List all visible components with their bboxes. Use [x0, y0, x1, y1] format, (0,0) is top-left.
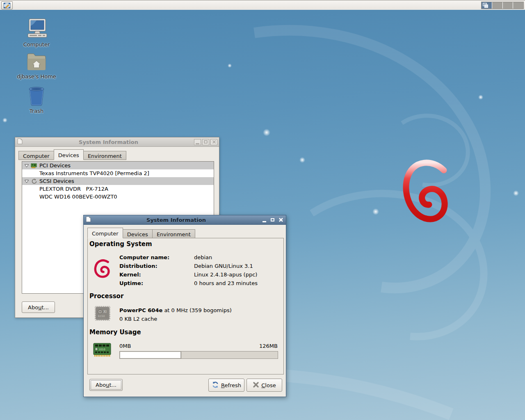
- device-name: Texas Instruments TVP4020 [Permedia 2]: [39, 170, 149, 176]
- svg-text:6150: 6150: [98, 315, 105, 318]
- os-row-value: debian: [194, 254, 258, 263]
- device-row[interactable]: PLEXTOR DVDR PX-712A: [22, 185, 214, 193]
- about-button[interactable]: About...: [89, 379, 123, 391]
- workspace-switcher[interactable]: [481, 2, 524, 9]
- os-row-label: Distribution:: [119, 263, 169, 272]
- device-row[interactable]: WDC WD16 00BEVE-00WZT0: [22, 193, 214, 201]
- computer-icon: [17, 18, 56, 40]
- desktop-icon-computer[interactable]: Computer: [17, 18, 56, 48]
- device-name: PLEXTOR DVDR PX-712A: [39, 186, 108, 192]
- pci-card-icon: [31, 163, 37, 169]
- os-section-heading: Operating System: [89, 240, 152, 248]
- refresh-icon: [212, 381, 219, 390]
- minimize-button[interactable]: [261, 217, 268, 223]
- memory-section-heading: Memory Usage: [89, 329, 141, 336]
- processor-name: PowerPC 604e: [119, 307, 162, 313]
- svg-text:XI: XI: [103, 310, 107, 314]
- device-group-name: SCSI Devices: [39, 178, 74, 184]
- close-button[interactable]: [277, 217, 284, 223]
- tab-devices[interactable]: Devices: [54, 149, 84, 160]
- memory-progress-fill: [120, 352, 181, 358]
- tab-computer[interactable]: Computer: [18, 151, 54, 160]
- processor-detail: at 0 MHz (359 bogomips): [162, 307, 231, 313]
- workspace-2[interactable]: [492, 2, 503, 9]
- show-desktop-button[interactable]: [1, 1, 13, 9]
- os-row-value: Debian GNU/Linux 3.1: [194, 263, 258, 272]
- os-row-value: Linux 2.4.18-apus (ppc): [194, 272, 258, 280]
- desktop-icon-home[interactable]: djbase's Home: [17, 51, 56, 80]
- close-button[interactable]: Close: [247, 379, 282, 392]
- system-information-window-front[interactable]: System Information Computer Devices Envi…: [83, 215, 286, 397]
- workspace-3[interactable]: [503, 2, 514, 9]
- maximize-button[interactable]: [269, 217, 276, 223]
- debian-swirl-wallpaper: [405, 161, 445, 220]
- about-button-label: About...: [96, 382, 116, 388]
- window-icon: [17, 138, 23, 146]
- home-folder-icon: [17, 51, 56, 72]
- desktop-icon-label: Trash: [17, 108, 56, 114]
- refresh-button[interactable]: Refresh: [208, 379, 244, 392]
- close-button[interactable]: [210, 139, 217, 145]
- desktop-icon-label: djbase's Home: [17, 73, 56, 80]
- tab-environment[interactable]: Environment: [152, 229, 195, 238]
- processor-section-heading: Processor: [89, 292, 123, 300]
- os-row-label: Kernel:: [119, 272, 169, 280]
- os-row-value: 0 hours and 23 minutes: [194, 280, 258, 289]
- memory-end-label: 126MB: [119, 343, 278, 349]
- svg-text:1010: 1010: [98, 348, 105, 351]
- tab-devices[interactable]: Devices: [123, 229, 153, 238]
- desktop-icon-trash[interactable]: Trash: [17, 84, 56, 114]
- close-x-icon: [253, 381, 259, 389]
- processor-line: PowerPC 604e at 0 MHz (359 bogomips): [119, 307, 232, 313]
- about-button-label: About...: [28, 304, 49, 310]
- scsi-device-icon: [31, 178, 37, 184]
- processor-cache: 0 KB L2 cache: [119, 316, 157, 322]
- maximize-button[interactable]: [202, 139, 209, 145]
- bottom-panel: [0, 0, 525, 10]
- os-row-label: Uptime:: [119, 280, 169, 289]
- workspace-window-thumb: [484, 5, 488, 8]
- window-title: System Information: [25, 139, 192, 145]
- workspace-1[interactable]: [482, 2, 492, 9]
- cpu-chip-icon: XI 6150: [94, 305, 112, 323]
- device-name: WDC WD16 00BEVE-00WZT0: [39, 194, 117, 200]
- refresh-button-label: Refresh: [221, 382, 241, 388]
- about-button[interactable]: About...: [22, 301, 55, 313]
- ram-module-icon: 1010: [93, 342, 112, 358]
- os-row-label: Computer name:: [119, 254, 169, 263]
- tab-environment[interactable]: Environment: [83, 151, 126, 160]
- device-group-name: PCI Devices: [39, 162, 71, 169]
- close-button-label: Close: [261, 382, 276, 388]
- workspace-4[interactable]: [513, 2, 523, 9]
- tab-computer[interactable]: Computer: [87, 228, 123, 238]
- debian-logo-icon: [94, 259, 112, 281]
- expander-icon[interactable]: [24, 179, 30, 184]
- titlebar[interactable]: System Information: [84, 215, 286, 225]
- minimize-button[interactable]: [194, 139, 201, 145]
- desktop-icon-label: Computer: [17, 41, 56, 48]
- titlebar[interactable]: System Information: [15, 137, 219, 147]
- window-icon: [85, 216, 91, 224]
- device-row[interactable]: Texas Instruments TVP4020 [Permedia 2]: [22, 169, 214, 177]
- device-group-row[interactable]: PCI Devices: [22, 162, 214, 169]
- memory-progress-bar: [119, 351, 278, 359]
- window-title: System Information: [93, 217, 259, 223]
- expander-icon[interactable]: [24, 163, 30, 168]
- device-group-row[interactable]: SCSI Devices: [22, 177, 214, 185]
- trash-icon: [17, 84, 56, 107]
